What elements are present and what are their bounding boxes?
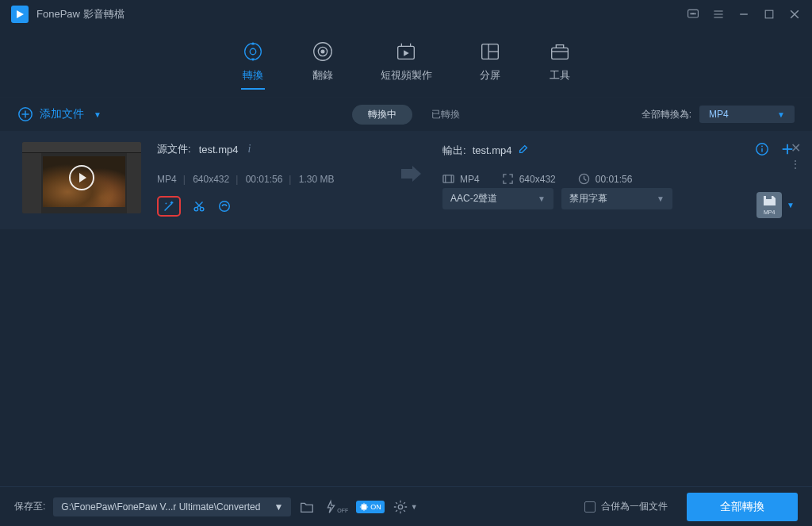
audio-select[interactable]: AAC-2聲道 ▼: [442, 188, 553, 209]
svg-point-34: [220, 202, 230, 212]
open-folder-button[interactable]: [299, 499, 315, 515]
rename-button[interactable]: [518, 144, 529, 157]
maximize-button[interactable]: [763, 8, 776, 21]
minimize-button[interactable]: [737, 8, 750, 21]
tab-converting[interactable]: 轉換中: [352, 105, 412, 125]
svg-point-53: [398, 505, 402, 509]
output-label: 輸出:: [442, 144, 466, 158]
output-info-button[interactable]: [755, 142, 769, 159]
source-specs: MP4 640x432 00:01:56 1.30 MB: [157, 174, 379, 185]
sub-bar: 添加文件 ▼ 轉換中 已轉換 全部轉換為: MP4 ▼: [0, 98, 812, 131]
speed-off-icon[interactable]: OFF: [323, 499, 348, 515]
tab-toolbox[interactable]: 工具: [548, 40, 572, 89]
tab-mv[interactable]: 短視頻製作: [381, 40, 432, 89]
title-bar: FonePaw 影音轉檔: [0, 0, 812, 29]
badge-format-text: MP4: [764, 209, 775, 215]
footer-bar: 保存至: G:\FonePaw\FonePaw V...r Ultimate\C…: [0, 486, 812, 526]
tab-label: 分屏: [480, 68, 500, 83]
enhance-button[interactable]: [157, 196, 181, 217]
caret-down-icon: ▼: [777, 110, 785, 119]
svg-point-13: [250, 48, 256, 55]
merge-checkbox[interactable]: 合併為一個文件: [584, 500, 668, 513]
svg-marker-20: [404, 50, 409, 56]
tab-label: 轉換: [243, 68, 263, 83]
save-path-value: G:\FonePaw\FonePaw V...r Ultimate\Conver…: [61, 501, 260, 513]
out-spec-format: MP4: [442, 173, 480, 185]
wand-icon: [162, 199, 176, 213]
format-value: MP4: [709, 109, 729, 120]
main-tabs: 轉換 翻錄 短視頻製作 分屏 工具: [0, 29, 812, 98]
svg-point-40: [761, 146, 763, 148]
hw-accel-button[interactable]: ON: [356, 501, 385, 513]
checkbox-box: [584, 501, 596, 513]
output-format-badge[interactable]: MP4 ▼: [756, 165, 795, 218]
tab-collage[interactable]: 分屏: [478, 40, 502, 89]
svg-rect-9: [765, 10, 773, 18]
video-thumbnail[interactable]: [22, 142, 141, 213]
convert-all-format-select[interactable]: MP4 ▼: [699, 106, 795, 123]
source-panel: 源文件: test.mp4 i MP4 640x432 00:01:56 1.3…: [157, 142, 379, 217]
svg-rect-24: [551, 48, 568, 59]
output-filename: test.mp4: [473, 144, 512, 156]
out-spec-resolution: 640x432: [502, 173, 556, 185]
svg-point-29: [166, 203, 167, 205]
trim-button[interactable]: [192, 199, 206, 213]
edit-button[interactable]: [217, 199, 232, 213]
more-button[interactable]: ⋮: [790, 158, 800, 171]
close-button[interactable]: [788, 8, 801, 21]
save-to-label: 保存至:: [14, 500, 45, 513]
video-icon: [442, 173, 454, 185]
mv-icon: [394, 40, 418, 63]
source-label: 源文件:: [157, 142, 191, 156]
tab-rip[interactable]: 翻錄: [311, 40, 335, 89]
svg-point-16: [321, 50, 324, 53]
spec-duration: 00:01:56: [236, 174, 282, 185]
out-spec-duration: 00:01:56: [578, 173, 633, 185]
tab-label: 短視頻製作: [381, 68, 432, 83]
info-icon[interactable]: i: [247, 143, 251, 155]
feedback-icon[interactable]: [687, 8, 699, 21]
remove-file-button[interactable]: ✕: [791, 140, 801, 155]
svg-point-2: [691, 13, 691, 14]
svg-rect-48: [362, 504, 367, 509]
svg-point-12: [244, 44, 261, 60]
caret-down-icon: ▼: [94, 110, 102, 119]
rip-icon: [311, 40, 335, 63]
merge-label: 合併為一個文件: [601, 500, 668, 513]
file-item: ✕ ⋮ 源文件: test.mp4 i MP4 640x432 00:01:56…: [0, 131, 812, 229]
tab-converted[interactable]: 已轉換: [431, 108, 460, 121]
caret-down-icon[interactable]: ▼: [787, 201, 795, 209]
add-file-label: 添加文件: [40, 107, 84, 121]
source-filename: test.mp4: [199, 144, 239, 155]
output-panel: 輸出: test.mp4: [442, 142, 795, 218]
save-icon: [762, 195, 776, 209]
caret-down-icon: ▼: [411, 503, 418, 511]
collage-icon: [478, 40, 502, 63]
play-icon[interactable]: [69, 165, 94, 190]
caret-down-icon: ▼: [657, 194, 665, 203]
app-logo: [11, 6, 29, 23]
menu-icon[interactable]: [712, 8, 725, 21]
svg-rect-43: [443, 175, 454, 182]
arrow-icon: [395, 142, 427, 182]
add-file-button[interactable]: 添加文件 ▼: [17, 106, 102, 122]
save-path-select[interactable]: G:\FonePaw\FonePaw V...r Ultimate\Conver…: [53, 497, 291, 516]
file-list: ✕ ⋮ 源文件: test.mp4 i MP4 640x432 00:01:56…: [0, 131, 812, 229]
hw-on-label: ON: [370, 503, 381, 511]
spec-resolution: 640x432: [183, 174, 230, 185]
svg-point-36: [225, 204, 226, 205]
convert-icon: [241, 40, 265, 63]
svg-marker-0: [17, 10, 24, 18]
clock-icon: [578, 173, 590, 185]
app-title: FonePaw 影音轉檔: [36, 7, 674, 21]
spec-size: 1.30 MB: [289, 174, 334, 185]
tab-convert[interactable]: 轉換: [241, 40, 265, 89]
settings-button[interactable]: ▼: [393, 499, 418, 515]
svg-point-35: [222, 204, 223, 205]
svg-point-3: [692, 13, 693, 14]
svg-marker-37: [401, 166, 421, 182]
convert-all-to-label: 全部轉換為:: [642, 108, 691, 121]
resolution-icon: [502, 173, 514, 185]
convert-all-button[interactable]: 全部轉換: [687, 493, 798, 521]
subtitle-select[interactable]: 禁用字幕 ▼: [561, 188, 672, 209]
